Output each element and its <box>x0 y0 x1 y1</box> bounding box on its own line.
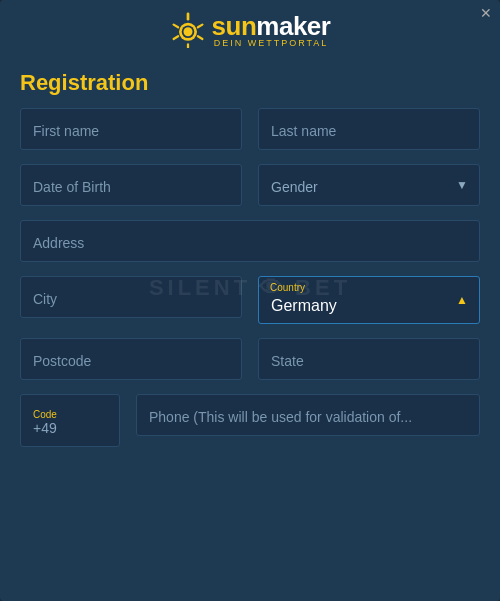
page-title: Registration <box>0 54 500 108</box>
address-row <box>20 220 480 262</box>
city-input[interactable] <box>20 276 242 318</box>
logo-tagline: DEIN WETTPORTAL <box>212 39 331 48</box>
logo: sunmaker DEIN WETTPORTAL <box>0 12 500 48</box>
header: sunmaker DEIN WETTPORTAL <box>0 0 500 54</box>
registration-modal: ✕ sunmaker DEIN WETTPORTAL <box>0 0 500 601</box>
logo-name: sunmaker <box>212 13 331 39</box>
phone-input[interactable] <box>136 394 480 436</box>
gender-field: Gender Male Female ▼ <box>258 164 480 206</box>
logo-sun-text: sun <box>212 11 257 41</box>
country-value: Germany <box>271 297 337 314</box>
phone-field <box>136 394 480 447</box>
code-display: Code +49 <box>20 394 120 447</box>
logo-maker-text: maker <box>256 11 330 41</box>
last-name-field <box>258 108 480 150</box>
country-field[interactable]: Country Germany ▲ <box>258 276 480 324</box>
city-field <box>20 276 242 324</box>
svg-line-5 <box>173 36 178 39</box>
dob-gender-row: Gender Male Female ▼ <box>20 164 480 206</box>
phone-row: Code +49 <box>20 394 480 447</box>
postcode-field <box>20 338 242 380</box>
country-display[interactable]: Country Germany <box>258 276 480 324</box>
address-field <box>20 220 480 262</box>
svg-line-6 <box>197 36 202 39</box>
phone-code-field: Code +49 <box>20 394 120 447</box>
first-name-input[interactable] <box>20 108 242 150</box>
gender-select[interactable]: Gender Male Female <box>258 164 480 206</box>
state-input[interactable] <box>258 338 480 380</box>
logo-text: sunmaker DEIN WETTPORTAL <box>212 13 331 48</box>
dob-field <box>20 164 242 206</box>
address-input[interactable] <box>20 220 480 262</box>
last-name-input[interactable] <box>258 108 480 150</box>
country-label: Country <box>270 282 305 293</box>
sun-icon <box>170 12 206 48</box>
svg-line-4 <box>197 25 202 28</box>
city-country-row: Country Germany ▲ <box>20 276 480 324</box>
name-row <box>20 108 480 150</box>
first-name-field <box>20 108 242 150</box>
state-field <box>258 338 480 380</box>
postcode-input[interactable] <box>20 338 242 380</box>
registration-form: Gender Male Female ▼ Country Germany <box>0 108 500 447</box>
svg-point-8 <box>183 27 192 36</box>
code-label: Code <box>33 409 107 420</box>
code-value: +49 <box>33 420 107 436</box>
close-button[interactable]: ✕ <box>480 6 492 20</box>
close-icon: ✕ <box>480 5 492 21</box>
dob-input[interactable] <box>20 164 242 206</box>
postcode-state-row <box>20 338 480 380</box>
svg-line-3 <box>173 25 178 28</box>
